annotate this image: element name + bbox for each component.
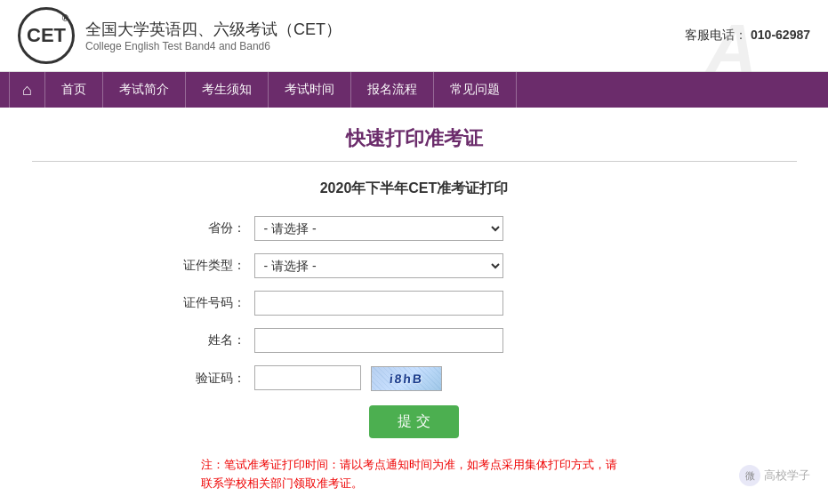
nav-item-register[interactable]: 报名流程 <box>351 72 434 108</box>
title-sub: College English Test Band4 and Band6 <box>85 40 342 52</box>
nav-item-time[interactable]: 考试时间 <box>269 72 351 108</box>
captcha-control <box>254 365 646 391</box>
nav-item-intro[interactable]: 考试简介 <box>103 72 186 108</box>
phone-label: 客服电话： <box>685 28 747 42</box>
cert-number-input[interactable] <box>254 291 503 316</box>
cert-number-row: 证件号码： <box>183 291 646 316</box>
cert-type-select[interactable]: - 请选择 - <box>254 253 503 278</box>
cert-number-control <box>254 291 646 316</box>
province-control: - 请选择 - <box>254 216 646 241</box>
captcha-input[interactable] <box>254 365 361 390</box>
nav-home-icon[interactable]: ⌂ <box>9 72 45 108</box>
form-section: 2020年下半年CET准考证打印 省份： - 请选择 - 证件类型： - 请选择… <box>183 180 646 493</box>
main-nav: ⌂ 首页 考试简介 考生须知 考试时间 报名流程 常见问题 <box>0 72 828 108</box>
phone-number: 010-62987 <box>751 28 810 42</box>
bottom-brand: 微 高校学子 <box>739 465 810 486</box>
captcha-label: 验证码： <box>183 371 254 387</box>
captcha-image[interactable] <box>371 366 442 391</box>
cert-number-label: 证件号码： <box>183 295 254 311</box>
captcha-row: 验证码： <box>183 365 646 391</box>
submit-row: 提 交 <box>183 405 646 438</box>
logo-text: CET <box>27 24 66 47</box>
province-row: 省份： - 请选择 - <box>183 216 646 241</box>
cert-type-control: - 请选择 - <box>254 253 646 278</box>
cert-type-label: 证件类型： <box>183 258 254 274</box>
nav-item-faq[interactable]: 常见问题 <box>434 72 517 108</box>
brand-icon: 微 <box>739 465 760 486</box>
submit-button[interactable]: 提 交 <box>369 405 458 438</box>
title-main: 全国大学英语四、六级考试（CET） <box>85 19 342 40</box>
main-content: 快速打印准考证 2020年下半年CET准考证打印 省份： - 请选择 - 证件类… <box>14 108 815 504</box>
name-label: 姓名： <box>183 332 254 348</box>
site-title: 全国大学英语四、六级考试（CET） College English Test B… <box>85 19 342 52</box>
name-control <box>254 328 646 353</box>
form-section-title: 2020年下半年CET准考证打印 <box>183 180 646 198</box>
nav-item-home[interactable]: 首页 <box>45 72 103 108</box>
brand-text: 高校学子 <box>764 468 810 484</box>
site-header: CET 全国大学英语四、六级考试（CET） College English Te… <box>0 0 828 72</box>
name-input[interactable] <box>254 328 503 353</box>
province-select[interactable]: - 请选择 - <box>254 216 503 241</box>
logo-area: CET 全国大学英语四、六级考试（CET） College English Te… <box>18 7 342 64</box>
province-label: 省份： <box>183 220 254 236</box>
contact-info: 客服电话： 010-62987 <box>685 28 810 44</box>
name-row: 姓名： <box>183 328 646 353</box>
nav-item-notice[interactable]: 考生须知 <box>186 72 269 108</box>
cet-logo: CET <box>18 7 75 64</box>
cert-type-row: 证件类型： - 请选择 - <box>183 253 646 278</box>
page-title: 快速打印准考证 <box>32 125 797 162</box>
notice-text: 注：笔试准考证打印时间：请以考点通知时间为准，如考点采用集体打印方式，请联系学校… <box>201 456 628 493</box>
